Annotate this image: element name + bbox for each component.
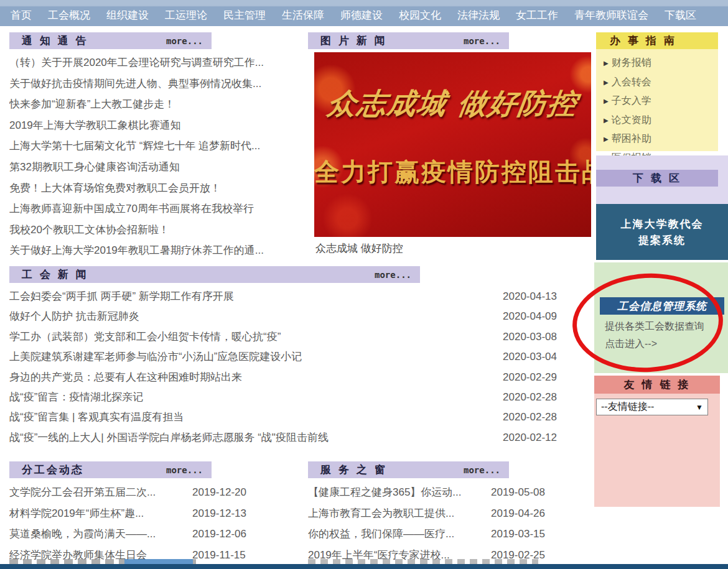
service-window-more-link[interactable]: more...	[464, 465, 500, 475]
bullet-arrow-icon: ▶	[604, 79, 609, 86]
branch-news-title: 分工会动态	[22, 463, 84, 477]
info-system-title: 工会信息管理系统	[617, 299, 707, 313]
news-date: 2019-12-06	[192, 524, 252, 545]
news-row: 上美院建筑系谢建军老师参与临汾市“小汤山”应急医院建设小记 2020-03-04	[9, 347, 557, 367]
nav-item-home[interactable]: 首页	[2, 8, 40, 22]
nav-item-women[interactable]: 女工工作	[508, 8, 566, 22]
nav-item-organization[interactable]: 组织建设	[98, 8, 157, 22]
branch-news-list: 文学院分工会召开第五届二次... 2019-12-20 材料学院2019年“师生…	[9, 482, 253, 565]
news-row: 文学院分工会召开第五届二次... 2019-12-20	[9, 482, 253, 503]
friend-links-dropdown[interactable]: --友情链接-- ▼	[596, 399, 708, 415]
notice-link[interactable]: 关于做好抗击疫情期间先进人物、典型事例情况收集...	[9, 73, 307, 95]
news-link[interactable]: 战“疫”一线的上大人| 外国语学院白岸杨老师志愿服务 “战"疫阻击前线	[9, 428, 487, 448]
news-date: 2020-02-28	[495, 407, 557, 427]
photo-news-banner-image[interactable]: 众志成城 做好防控 全力打赢疫情防控阻击战	[314, 52, 591, 237]
news-link[interactable]: 做好个人防护 抗击新冠肺炎	[9, 307, 487, 326]
news-date: 2019-12-20	[192, 482, 252, 503]
news-date: 2019-05-08	[491, 482, 551, 503]
guide-item-paper-fund[interactable]: ▶论文资助	[596, 111, 718, 130]
news-link[interactable]: 文学院分工会召开第五届二次...	[9, 482, 181, 503]
notice-link[interactable]: （转）关于开展2020年工会理论研究与调查研究工作...	[9, 52, 307, 73]
news-link[interactable]: 战“疫”留言集 | 客观真实有温度有担当	[9, 407, 487, 427]
news-link[interactable]: 上海市教育工会为教职工提供...	[308, 503, 480, 524]
nav-item-law[interactable]: 法律法规	[449, 8, 508, 22]
nav-item-youth[interactable]: 青年教师联谊会	[566, 8, 656, 22]
nav-item-welfare[interactable]: 生活保障	[274, 8, 332, 22]
union-news-header: 工 会 新 闻 more...	[9, 266, 420, 283]
union-news-more-link[interactable]: more...	[375, 270, 411, 280]
notice-link[interactable]: 关于做好上海大学2019年教职工暑期疗休养工作的通...	[9, 240, 307, 261]
notices-more-link[interactable]: more...	[166, 36, 203, 46]
guide-item-finance[interactable]: ▶财务报销	[596, 53, 718, 73]
nav-item-ethics[interactable]: 师德建设	[332, 8, 391, 22]
news-date: 2020-04-09	[495, 307, 557, 326]
news-row: 工会妇委会“两手抓 两手硬” 新学期工作有序开展 2020-04-13	[9, 287, 557, 307]
clipped-text-row	[308, 559, 538, 564]
notices-title: 通 知 通 告	[22, 34, 88, 48]
news-link[interactable]: 莫道桑榆晚，为霞尚满天——...	[9, 524, 181, 545]
branch-news-header: 分工会动态 more...	[9, 461, 212, 478]
photo-news-more-link[interactable]: more...	[464, 36, 500, 46]
nav-item-overview[interactable]: 工会概况	[40, 8, 98, 22]
footer-bar	[0, 564, 728, 569]
download-box: 下 载 区	[596, 155, 728, 204]
news-date: 2019-03-15	[491, 524, 551, 545]
guide-item-hardship-aid[interactable]: ▶帮困补助	[596, 129, 718, 149]
nav-item-democracy[interactable]: 民主管理	[215, 8, 274, 22]
download-header[interactable]: 下 载 区	[596, 170, 718, 187]
news-link[interactable]: 战“疫”留言：疫情湖北探亲记	[9, 387, 487, 407]
news-date: 2020-02-29	[495, 368, 557, 387]
bullet-arrow-icon: ▶	[604, 117, 609, 124]
news-link[interactable]: 材料学院2019年“师生杯”趣...	[9, 503, 181, 524]
notice-link[interactable]: 我校20个教职工文体协会招新啦！	[9, 220, 307, 241]
proposal-system-banner[interactable]: 上海大学教代会 提案系统	[596, 204, 728, 260]
branch-news-more-link[interactable]: more...	[166, 465, 203, 475]
notices-list: （转）关于开展2020年工会理论研究与调查研究工作... 关于做好抗击疫情期间先…	[9, 52, 307, 261]
notice-link[interactable]: 上海大学第十七届菊文化节 “辉煌七十年 追梦新时代...	[9, 136, 307, 157]
friend-links-title: 友 情 链 接	[624, 377, 691, 392]
news-row: 战“疫”留言集 | 客观真实有温度有担当 2020-02-28	[9, 407, 557, 427]
info-system-banner[interactable]: 工会信息管理系统	[600, 297, 724, 315]
news-link[interactable]: 身边的共产党员：总要有人在这种困难时期站出来	[9, 368, 487, 387]
news-date: 2019-12-13	[192, 503, 252, 524]
notice-link[interactable]: 2019年上海大学教职工象棋比赛通知	[9, 115, 307, 136]
guide-item-label: 财务报销	[612, 57, 651, 68]
notice-link[interactable]: 第32期教职工身心健康咨询活动通知	[9, 157, 307, 178]
news-row: 你的权益，我们保障——医疗... 2019-03-15	[308, 524, 556, 545]
notice-link[interactable]: 快来参加“迎新春”上大教工健步走！	[9, 94, 307, 115]
news-link[interactable]: 上美院建筑系谢建军老师参与临汾市“小汤山”应急医院建设小记	[9, 347, 487, 367]
news-link[interactable]: 学工办（武装部）党支部和工会小组贺卡传情，暖心抗“疫”	[9, 327, 487, 347]
info-system-desc: 提供各类工会数据查询	[605, 320, 728, 333]
photo-news-title: 图 片 新 闻	[320, 34, 387, 48]
guide-box: 办 事 指 南 ▶财务报销 ▶入会转会 ▶子女入学 ▶论文资助 ▶帮困补助 ▶医…	[596, 32, 718, 151]
news-row: 学工办（武装部）党支部和工会小组贺卡传情，暖心抗“疫” 2020-03-08	[9, 327, 557, 347]
news-link[interactable]: 工会妇委会“两手抓 两手硬” 新学期工作有序开展	[9, 287, 487, 307]
download-title: 下 载 区	[633, 171, 681, 185]
nav-item-downloads[interactable]: 下载区	[656, 8, 704, 22]
notice-link[interactable]: 上海教师喜迎新中国成立70周年书画展将在我校举行	[9, 198, 307, 220]
news-row: 战“疫”留言：疫情湖北探亲记 2020-02-28	[9, 387, 557, 407]
info-system-enter-link[interactable]: 点击进入-->	[605, 338, 728, 351]
notice-link[interactable]: 免费！上大体育场馆免费对教职工会员开放！	[9, 178, 307, 199]
dropdown-selected-value: --友情链接--	[601, 400, 654, 414]
notices-header: 通 知 通 告 more...	[9, 32, 212, 49]
guide-item-membership[interactable]: ▶入会转会	[596, 73, 718, 92]
news-row: 身边的共产党员：总要有人在这种困难时期站出来 2020-02-29	[9, 368, 557, 387]
news-date: 2020-02-28	[495, 387, 557, 407]
news-row: 材料学院2019年“师生杯”趣... 2019-12-13	[9, 503, 253, 524]
service-window-header: 服 务 之 窗 more...	[308, 461, 509, 478]
news-link[interactable]: 【健康工程之健身365】你运动...	[308, 482, 480, 503]
proposal-system-line1: 上海大学教代会	[621, 216, 704, 232]
guide-item-children-school[interactable]: ▶子女入学	[596, 91, 718, 111]
proposal-system-line2: 提案系统	[638, 232, 686, 248]
clipped-text-row	[9, 559, 196, 564]
photo-news-caption[interactable]: 众志成城 做好防控	[315, 241, 403, 256]
news-link[interactable]: 你的权益，我们保障——医疗...	[308, 524, 480, 545]
news-row: 战“疫”一线的上大人| 外国语学院白岸杨老师志愿服务 “战"疫阻击前线 2020…	[9, 428, 557, 448]
friend-links-header: 友 情 链 接	[594, 376, 720, 394]
news-row: 做好个人防护 抗击新冠肺炎 2020-04-09	[9, 307, 557, 326]
friend-links-box: 友 情 链 接 --友情链接-- ▼	[594, 376, 720, 507]
news-row: 莫道桑榆晚，为霞尚满天——... 2019-12-06	[9, 524, 253, 545]
nav-item-theory[interactable]: 工运理论	[157, 8, 215, 22]
nav-item-campus-culture[interactable]: 校园文化	[391, 8, 449, 22]
